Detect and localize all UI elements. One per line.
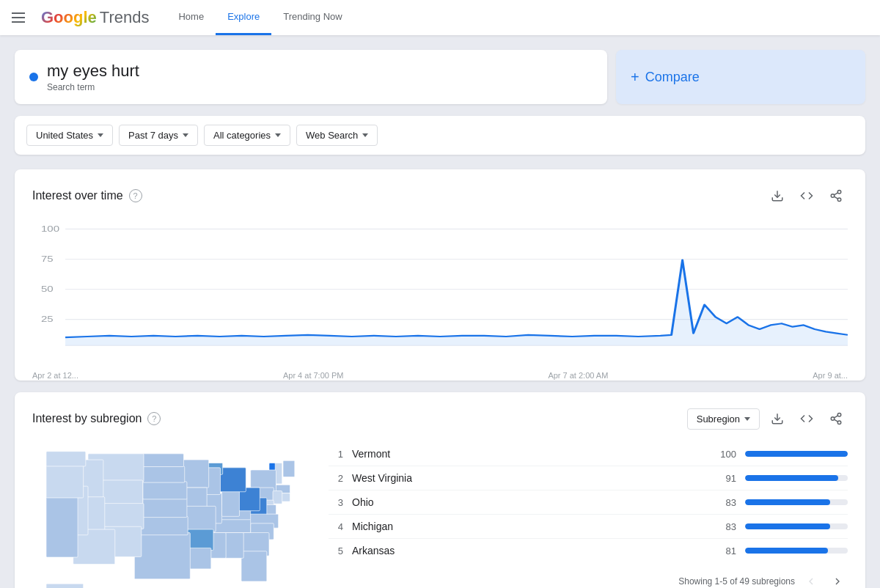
nav-item-trending[interactable]: Trending Now — [271, 0, 353, 35]
subregion-rows: 1 Vermont 100 2 West Virginia 91 3 Ohio … — [329, 442, 848, 562]
subregion-score: 83 — [714, 521, 736, 532]
svg-rect-29 — [273, 490, 282, 504]
subregion-list: 1 Vermont 100 2 West Virginia 91 3 Ohio … — [329, 442, 848, 588]
search-dot-indicator — [29, 73, 38, 81]
period-filter[interactable]: Past 7 days — [119, 125, 198, 146]
search-type-chevron-icon — [362, 133, 368, 137]
svg-marker-15 — [65, 260, 848, 346]
svg-rect-55 — [143, 482, 187, 499]
svg-line-20 — [834, 419, 837, 422]
embed-subregion-button[interactable] — [795, 407, 818, 430]
svg-line-21 — [834, 416, 837, 418]
search-type-filter[interactable]: Web Search — [296, 125, 378, 146]
subregion-bar — [745, 523, 830, 529]
rank-number: 1 — [329, 449, 343, 460]
interest-time-title: Interest over time — [32, 189, 123, 202]
svg-rect-42 — [221, 490, 239, 516]
rank-number: 2 — [329, 473, 343, 484]
subregion-content: 1 Vermont 100 2 West Virginia 91 3 Ohio … — [32, 442, 848, 588]
svg-rect-68 — [46, 452, 86, 466]
us-map-svg — [32, 442, 311, 588]
compare-label-text: Compare — [645, 70, 700, 85]
embed-chart-button[interactable] — [795, 184, 818, 207]
search-term-info: my eyes hurt Search term — [47, 62, 139, 92]
svg-text:75: 75 — [41, 254, 54, 264]
svg-point-2 — [831, 194, 835, 198]
nav-item-home[interactable]: Home — [166, 0, 216, 35]
compare-card[interactable]: + Compare — [616, 50, 865, 104]
subregion-name: Vermont — [352, 448, 705, 460]
category-chevron-icon — [275, 133, 281, 137]
subregion-help-icon[interactable]: ? — [147, 412, 161, 425]
trends-logo-text: Trends — [100, 8, 150, 27]
svg-rect-67 — [46, 466, 84, 498]
subregion-title-group: Interest by subregion ? — [32, 412, 161, 425]
svg-rect-22 — [283, 460, 295, 477]
subregion-bar-container — [745, 548, 848, 554]
pagination-text: Showing 1-5 of 49 subregions — [678, 576, 795, 587]
share-chart-button[interactable] — [824, 184, 848, 207]
svg-rect-37 — [225, 532, 243, 558]
subregion-name: Arkansas — [352, 545, 705, 556]
region-filter-label: United States — [36, 130, 93, 141]
chart-label-3: Apr 7 at 2:00 AM — [548, 371, 608, 380]
svg-point-17 — [837, 414, 841, 417]
subregion-dropdown-chevron — [744, 417, 750, 421]
download-subregion-button[interactable] — [766, 407, 789, 430]
interest-by-subregion-section: Interest by subregion ? Subregion — [15, 392, 865, 588]
subregion-bar — [745, 475, 838, 481]
search-term-card: my eyes hurt Search term — [15, 50, 607, 104]
chart-svg: 100 75 50 25 — [32, 219, 848, 366]
region-filter[interactable]: United States — [26, 125, 113, 146]
chart-x-labels: Apr 2 at 12... Apr 4 at 7:00 PM Apr 7 at… — [32, 371, 848, 380]
subregion-name: Michigan — [352, 521, 705, 532]
google-trends-logo: Google Trends — [41, 8, 149, 27]
subregion-dropdown-label: Subregion — [697, 414, 740, 425]
svg-rect-56 — [143, 466, 185, 482]
svg-rect-57 — [143, 454, 184, 467]
interest-time-title-group: Interest over time ? — [32, 189, 142, 202]
subregion-dropdown[interactable]: Subregion — [687, 408, 760, 430]
subregion-row: 3 Ohio 83 — [329, 490, 848, 515]
subregion-score: 91 — [714, 473, 736, 484]
share-subregion-button[interactable] — [824, 407, 848, 430]
category-filter[interactable]: All categories — [204, 125, 290, 146]
svg-point-3 — [837, 198, 841, 202]
svg-rect-52 — [134, 532, 190, 578]
hamburger-menu-icon[interactable] — [12, 9, 29, 26]
chart-label-2: Apr 4 at 7:00 PM — [283, 371, 344, 380]
search-type-label: Search term — [47, 82, 139, 92]
search-row: my eyes hurt Search term + Compare — [15, 50, 865, 104]
download-chart-button[interactable] — [766, 184, 789, 207]
region-chevron-icon — [98, 133, 103, 137]
svg-text:50: 50 — [41, 284, 54, 294]
interest-time-chart: 100 75 50 25 Apr 2 at 12... Apr 4 at 7:0… — [32, 219, 848, 366]
interest-time-actions — [766, 184, 848, 207]
svg-text:100: 100 — [41, 224, 59, 234]
subregion-row: 2 West Virginia 91 — [329, 466, 848, 490]
search-term-value: my eyes hurt — [47, 62, 139, 81]
period-filter-label: Past 7 days — [128, 130, 178, 141]
svg-rect-49 — [186, 506, 216, 532]
svg-line-4 — [834, 196, 837, 199]
main-content: my eyes hurt Search term + Compare Unite… — [0, 35, 880, 588]
interest-time-header: Interest over time ? — [32, 184, 848, 207]
main-nav: Home Explore Trending Now — [166, 0, 353, 35]
rank-number: 4 — [329, 521, 343, 532]
subregion-title: Interest by subregion — [32, 412, 142, 425]
svg-point-18 — [831, 417, 835, 421]
interest-over-time-section: Interest over time ? — [15, 169, 865, 381]
header: Google Trends Home Explore Trending Now — [0, 0, 880, 35]
nav-item-explore[interactable]: Explore — [216, 0, 271, 35]
google-logo-text: Google — [41, 8, 97, 27]
subregion-bar-container — [745, 523, 848, 529]
category-filter-label: All categories — [213, 130, 271, 141]
svg-line-5 — [834, 193, 837, 195]
period-chevron-icon — [183, 133, 188, 137]
filter-row: United States Past 7 days All categories… — [15, 116, 865, 155]
subregion-actions — [766, 407, 848, 430]
interest-time-help-icon[interactable]: ? — [129, 189, 142, 202]
subregion-bar-container — [745, 475, 848, 481]
subregion-score: 81 — [714, 545, 736, 556]
pagination-next[interactable] — [827, 571, 848, 588]
